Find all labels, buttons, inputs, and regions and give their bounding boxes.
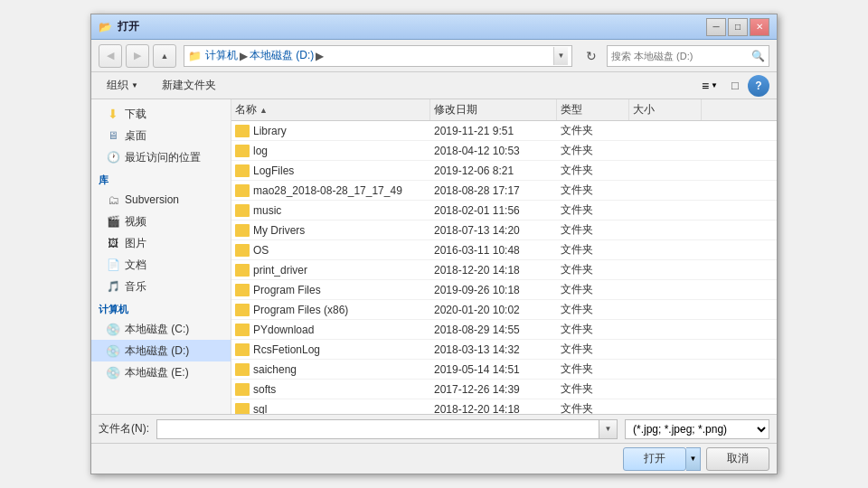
file-name-text: mao28_2018-08-28_17_17_49: [253, 184, 402, 197]
table-row[interactable]: OS 2016-03-11 10:48 文件夹: [231, 240, 777, 260]
table-row[interactable]: PYdownload 2018-08-29 14:55 文件夹: [231, 320, 777, 340]
sidebar-item-drive-c[interactable]: 💿 本地磁盘 (C:): [91, 318, 231, 340]
col-type-label: 类型: [561, 102, 582, 117]
file-type-cell: 文件夹: [561, 282, 633, 297]
sidebar-label-video: 视频: [125, 214, 146, 230]
sidebar-item-music[interactable]: 🎵 音乐: [91, 276, 231, 297]
file-name-text: OS: [253, 244, 269, 257]
file-list-header: 名称 ▲ 修改日期 类型 大小: [231, 99, 777, 121]
table-row[interactable]: Program Files 2019-09-26 10:18 文件夹: [231, 280, 777, 300]
pictures-icon: 🖼: [106, 236, 120, 250]
sidebar-item-documents[interactable]: 📄 文档: [91, 254, 231, 276]
table-row[interactable]: saicheng 2019-05-14 14:51 文件夹: [231, 360, 777, 380]
video-icon: 🎬: [106, 214, 120, 229]
path-segment-computer[interactable]: 计算机: [205, 48, 238, 63]
column-header-size[interactable]: 大小: [629, 99, 702, 120]
sidebar-item-drive-d[interactable]: 💿 本地磁盘 (D:): [91, 340, 231, 361]
file-name-text: sql: [253, 403, 267, 415]
desktop-icon: 🖥: [106, 128, 120, 143]
sidebar-item-download[interactable]: ⬇ 下载: [91, 103, 231, 125]
file-name-text: PYdownload: [253, 324, 314, 336]
file-name-cell: print_driver: [235, 264, 434, 277]
table-row[interactable]: LogFiles 2019-12-06 8:21 文件夹: [231, 161, 777, 181]
sidebar-item-video[interactable]: 🎬 视频: [91, 211, 231, 232]
sidebar-label-drive-c: 本地磁盘 (C:): [125, 322, 189, 337]
filename-input[interactable]: [156, 419, 599, 439]
drive-e-icon: 💿: [106, 365, 120, 380]
file-name-text: music: [253, 204, 281, 217]
organize-dropdown-icon: ▼: [131, 81, 138, 89]
folder-icon: [235, 264, 250, 277]
path-segment-drive[interactable]: 本地磁盘 (D:): [250, 48, 314, 63]
second-toolbar: 组织 ▼ 新建文件夹 ≡ ▼ □ ?: [91, 72, 777, 99]
file-type-cell: 文件夹: [561, 342, 633, 357]
address-dropdown-button[interactable]: ▼: [553, 47, 568, 65]
new-folder-button[interactable]: 新建文件夹: [154, 75, 224, 97]
folder-icon: [235, 145, 250, 157]
main-content: ⬇ 下载 🖥 桌面 🕐 最近访问的位置 库 🗂 Subversion 🎬 视频: [91, 99, 777, 414]
path-sep-1: ▶: [240, 50, 248, 62]
column-header-type[interactable]: 类型: [557, 99, 629, 120]
file-date-cell: 2016-03-11 10:48: [434, 244, 561, 257]
col-name-label: 名称: [235, 102, 257, 117]
refresh-button[interactable]: ↻: [580, 44, 603, 68]
file-name-text: LogFiles: [253, 164, 294, 177]
column-header-date[interactable]: 修改日期: [430, 99, 557, 120]
search-bar[interactable]: 🔍: [607, 45, 769, 67]
cancel-button[interactable]: 取消: [706, 447, 769, 471]
column-header-name[interactable]: 名称 ▲: [231, 99, 430, 120]
file-name-cell: Library: [235, 125, 434, 137]
table-row[interactable]: log 2018-04-12 10:53 文件夹: [231, 141, 777, 161]
table-row[interactable]: softs 2017-12-26 14:39 文件夹: [231, 380, 777, 399]
minimize-button[interactable]: ─: [706, 18, 726, 36]
file-type-cell: 文件夹: [561, 202, 633, 218]
organize-menu[interactable]: 组织 ▼: [99, 75, 146, 97]
address-folder-icon: 📁: [188, 50, 202, 62]
folder-icon: [235, 383, 250, 396]
table-row[interactable]: Library 2019-11-21 9:51 文件夹: [231, 121, 777, 141]
filetype-select[interactable]: (*.jpg; *.jpeg; *.png): [625, 419, 769, 439]
file-date-cell: 2018-03-13 14:32: [434, 343, 561, 356]
table-row[interactable]: music 2018-02-01 11:56 文件夹: [231, 201, 777, 221]
file-date-cell: 2018-02-01 11:56: [434, 204, 561, 217]
sidebar-item-recent[interactable]: 🕐 最近访问的位置: [91, 146, 231, 168]
col-date-label: 修改日期: [434, 102, 477, 117]
sidebar-label-desktop: 桌面: [125, 128, 146, 144]
table-row[interactable]: RcsFetionLog 2018-03-13 14:32 文件夹: [231, 340, 777, 360]
sidebar-item-subversion[interactable]: 🗂 Subversion: [91, 189, 231, 211]
view-dropdown[interactable]: ≡ ▼: [697, 76, 722, 96]
dialog-title-icon: 📂: [99, 21, 112, 33]
maximize-button[interactable]: □: [728, 18, 748, 36]
sidebar-item-desktop[interactable]: 🖥 桌面: [91, 125, 231, 146]
forward-button[interactable]: ▶: [126, 44, 149, 68]
filename-dropdown-button[interactable]: ▼: [599, 419, 618, 439]
action-bar: 打开 ▼ 取消: [91, 443, 777, 474]
file-date-cell: 2018-08-28 17:17: [434, 184, 561, 197]
table-row[interactable]: print_driver 2018-12-20 14:18 文件夹: [231, 260, 777, 280]
close-button[interactable]: ✕: [750, 18, 769, 36]
sidebar-item-pictures[interactable]: 🖼 图片: [91, 232, 231, 254]
col-sort-arrow: ▲: [259, 106, 268, 115]
table-row[interactable]: sql 2018-12-20 14:18 文件夹: [231, 399, 777, 414]
table-row[interactable]: Program Files (x86) 2020-01-20 10:02 文件夹: [231, 300, 777, 320]
file-name-cell: Program Files: [235, 284, 434, 296]
file-name-cell: saicheng: [235, 363, 434, 376]
sidebar-item-drive-e[interactable]: 💿 本地磁盘 (E:): [91, 361, 231, 383]
search-input[interactable]: [611, 51, 751, 61]
table-row[interactable]: mao28_2018-08-28_17_17_49 2018-08-28 17:…: [231, 181, 777, 201]
documents-icon: 📄: [106, 258, 120, 272]
up-button[interactable]: ▲: [153, 44, 176, 68]
search-icon[interactable]: 🔍: [751, 50, 765, 62]
filetype-select-wrap: (*.jpg; *.jpeg; *.png): [625, 419, 769, 439]
table-row[interactable]: My Drivers 2018-07-13 14:20 文件夹: [231, 221, 777, 240]
address-bar[interactable]: 📁 计算机 ▶ 本地磁盘 (D:) ▶ ▼: [184, 45, 572, 67]
subversion-icon: 🗂: [106, 192, 120, 207]
back-button[interactable]: ◀: [99, 44, 122, 68]
recent-icon: 🕐: [106, 150, 120, 164]
file-name-text: softs: [253, 383, 276, 396]
preview-pane-button[interactable]: □: [724, 75, 746, 97]
open-button[interactable]: 打开: [623, 447, 686, 471]
file-list[interactable]: Library 2019-11-21 9:51 文件夹 log 2018-04-…: [231, 121, 777, 414]
open-dropdown-button[interactable]: ▼: [686, 447, 701, 471]
help-button[interactable]: ?: [748, 75, 769, 97]
